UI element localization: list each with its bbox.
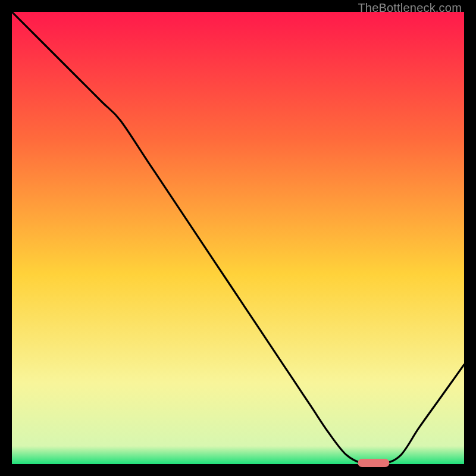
chart-frame [12, 12, 464, 464]
chart-svg [12, 12, 464, 464]
watermark-text: TheBottleneck.com [358, 1, 462, 15]
optimal-marker [358, 459, 389, 467]
